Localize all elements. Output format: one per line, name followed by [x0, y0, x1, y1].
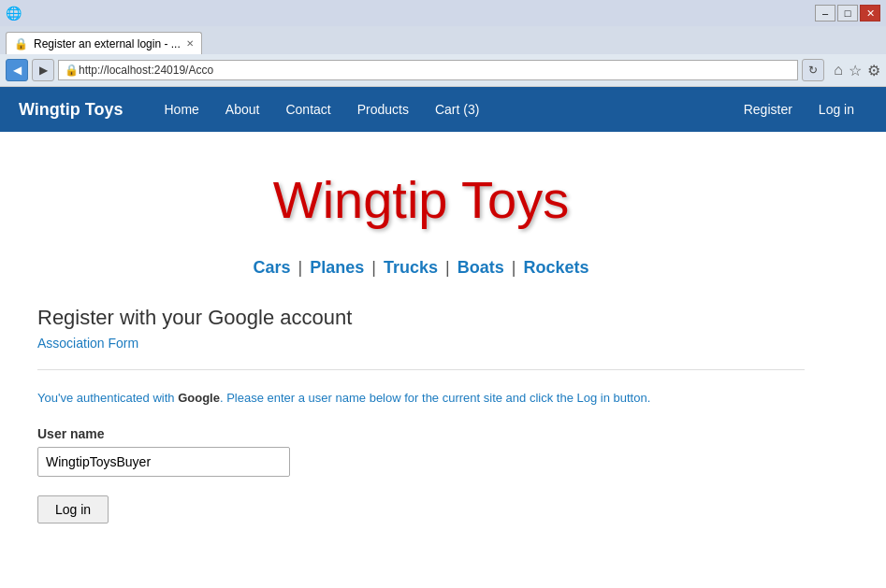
info-text-1: You've authenticated with — [37, 391, 178, 405]
login-button[interactable]: Log in — [37, 495, 109, 523]
address-bar: ◀ ▶ 🔒 http://localhost:24019/Acco ↻ ⌂ ☆ … — [0, 54, 886, 86]
nav-cart[interactable]: Cart (3) — [422, 87, 492, 132]
nav-products[interactable]: Products — [344, 87, 422, 132]
settings-icon[interactable]: ⚙ — [867, 62, 880, 79]
separator-3: | — [445, 258, 450, 277]
separator-2: | — [371, 258, 376, 277]
nav-contact[interactable]: Contact — [272, 87, 343, 132]
browser-tab[interactable]: 🔒 Register an external login - ... ✕ — [6, 32, 202, 54]
refresh-button[interactable]: ↻ — [802, 59, 824, 81]
nav-right: Register Log in — [731, 87, 867, 132]
category-rockets[interactable]: Rockets — [523, 258, 588, 277]
main-content: Wingtip Toys Cars | Planes | Trucks | Bo… — [0, 132, 842, 588]
info-text-2: . Please enter a user name below for the… — [220, 391, 650, 405]
category-boats[interactable]: Boats — [458, 258, 504, 277]
form-subtitle: Association Form — [37, 336, 805, 351]
maximize-button[interactable]: □ — [837, 5, 858, 22]
google-brand: Google — [178, 391, 220, 405]
back-button[interactable]: ◀ — [6, 59, 28, 81]
separator-1: | — [298, 258, 303, 277]
title-bar: 🌐 – □ ✕ — [0, 0, 886, 26]
category-cars[interactable]: Cars — [253, 258, 290, 277]
nav-home[interactable]: Home — [152, 87, 212, 132]
site-footer: © 2013 - Wingtip Toys — [37, 580, 805, 589]
browser-chrome: 🌐 – □ ✕ 🔒 Register an external login - .… — [0, 0, 886, 87]
window-controls: – □ ✕ — [815, 5, 880, 22]
title-bar-left: 🌐 — [6, 6, 22, 21]
site-nav: Wingtip Toys Home About Contact Products… — [0, 87, 886, 132]
home-icon[interactable]: ⌂ — [834, 62, 843, 79]
site-logo: Wingtip Toys — [37, 169, 805, 230]
tab-close-icon[interactable]: ✕ — [186, 38, 194, 49]
tab-icon: 🔒 — [14, 37, 28, 50]
page-heading: Register with your Google account — [37, 306, 805, 330]
toolbar-icons: ⌂ ☆ ⚙ — [834, 62, 880, 79]
info-text: You've authenticated with Google. Please… — [37, 389, 805, 408]
divider — [37, 369, 805, 370]
category-links: Cars | Planes | Trucks | Boats | Rockets — [37, 258, 805, 278]
username-label: User name — [37, 426, 805, 441]
address-text: http://localhost:24019/Acco — [79, 64, 213, 77]
forward-button[interactable]: ▶ — [32, 59, 54, 81]
address-secure-icon: 🔒 — [65, 64, 79, 77]
site-brand[interactable]: Wingtip Toys — [19, 100, 123, 120]
nav-links: Home About Contact Products Cart (3) — [152, 87, 731, 132]
nav-register[interactable]: Register — [731, 87, 806, 132]
close-button[interactable]: ✕ — [860, 5, 880, 22]
browser-icon: 🌐 — [6, 6, 22, 21]
address-input-container[interactable]: 🔒 http://localhost:24019/Acco — [58, 60, 798, 80]
category-planes[interactable]: Planes — [310, 258, 364, 277]
star-icon[interactable]: ☆ — [849, 62, 862, 79]
category-trucks[interactable]: Trucks — [384, 258, 438, 277]
separator-4: | — [512, 258, 516, 277]
tab-label: Register an external login - ... — [34, 37, 181, 50]
nav-login[interactable]: Log in — [806, 87, 867, 132]
username-input[interactable] — [37, 447, 290, 477]
logo-text: Wingtip Toys — [273, 169, 569, 230]
tab-bar: 🔒 Register an external login - ... ✕ — [0, 26, 886, 54]
nav-about[interactable]: About — [212, 87, 273, 132]
minimize-button[interactable]: – — [815, 5, 835, 22]
username-form-group: User name — [37, 426, 805, 477]
